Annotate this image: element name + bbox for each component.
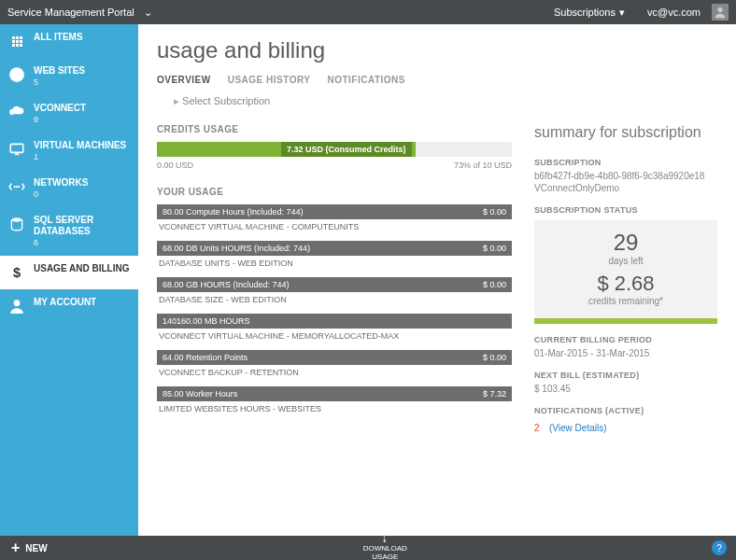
usage-bar-label: 64.00 Retention Points [163, 353, 248, 362]
usage-sub-label: VCONNECT VIRTUAL MACHINE - COMPUTEUNITS [157, 219, 512, 231]
sidebar-item-label: VCONNECT [34, 103, 86, 113]
dollar-icon: $ [7, 263, 26, 282]
svg-point-6 [16, 186, 18, 188]
sidebar-item-vconnect[interactable]: VCONNECT9 [0, 95, 138, 133]
status-box: 29 days left $ 2.68 credits remaining* [534, 220, 717, 319]
notifications-label: NOTIFICATIONS (ACTIVE) [534, 406, 717, 415]
network-icon [7, 177, 26, 196]
sidebar-item-websites[interactable]: WEB SITES5 [0, 58, 138, 95]
subscription-id: b6fb427f-db9e-4b80-98f6-9c38a9920e18 [534, 170, 717, 182]
svg-rect-4 [15, 154, 20, 156]
credits-bar: 7.32 USD (Consumed Credits) [157, 142, 512, 157]
subscription-name: VConnectOnlyDemo [534, 182, 717, 194]
svg-point-10 [14, 300, 21, 306]
usage-list: 80.00 Compute Hours (Included: 744)$ 0.0… [157, 204, 512, 413]
sidebar-item-label: NETWORKS [34, 177, 88, 188]
days-left-value: 29 [538, 230, 714, 256]
usage-bar: 85.00 Worker Hours$ 7.32 [157, 386, 512, 401]
notifications-row: 2 (View Details) [534, 418, 717, 435]
sidebar-item-networks[interactable]: NETWORKS0 [0, 170, 138, 207]
usage-bar-cost: $ 7.32 [483, 389, 506, 399]
credits-remaining-label: credits remaining* [538, 296, 714, 306]
period-label: CURRENT BILLING PERIOD [534, 335, 717, 344]
monitor-icon [7, 140, 26, 159]
usage-sub-label: LIMITED WEBSITES HOURS - WEBSITES [157, 401, 512, 413]
usage-item: 68.00 DB Units HOURS (Included: 744)$ 0.… [157, 241, 512, 268]
sidebar-item-label: WEB SITES [34, 65, 85, 76]
svg-text:$: $ [13, 265, 21, 280]
help-button[interactable]: ? [712, 540, 727, 555]
notifications-count: 2 [534, 423, 540, 433]
usage-bar: 68.00 DB Units HOURS (Included: 744)$ 0.… [157, 241, 512, 256]
view-details-link[interactable]: (View Details) [549, 423, 607, 433]
breadcrumb[interactable]: Select Subscription [174, 95, 717, 107]
usage-sub-label: VCONNECT VIRTUAL MACHINE - MEMORYALLOCAT… [157, 329, 512, 341]
usage-bar: 80.00 Compute Hours (Included: 744)$ 0.0… [157, 204, 512, 219]
filter-icon: ▾ [619, 7, 625, 19]
usage-sub-label: DATABASE UNITS - WEB EDITION [157, 256, 512, 268]
download-usage-button[interactable]: ⭳ DOWNLOAD USAGE [363, 535, 407, 560]
status-underline [534, 318, 717, 324]
svg-point-2 [9, 67, 24, 82]
sidebar-item-all[interactable]: ALL ITEMS [0, 24, 138, 58]
new-label: NEW [25, 543, 47, 553]
usage-sub-label: VCONNECT BACKUP - RETENTION [157, 365, 512, 377]
usage-bar-cost: $ 0.00 [483, 207, 506, 217]
plus-icon: + [11, 539, 20, 556]
usage-heading: YOUR USAGE [157, 187, 512, 197]
user-email[interactable]: vc@vc.com [647, 7, 701, 18]
next-bill-value: $ 103.45 [534, 383, 717, 395]
svg-point-7 [18, 186, 20, 188]
days-left-label: days left [538, 256, 714, 266]
portal-title: Service Management Portal [7, 7, 134, 18]
svg-point-8 [11, 217, 21, 222]
usage-bar-cost: $ 0.00 [483, 353, 506, 362]
usage-item: 85.00 Worker Hours$ 7.32LIMITED WEBSITES… [157, 386, 512, 413]
usage-sub-label: DATABASE SIZE - WEB EDITION [157, 292, 512, 304]
credits-remaining-value: $ 2.68 [538, 272, 714, 296]
sidebar-item-vm[interactable]: VIRTUAL MACHINES1 [0, 133, 138, 170]
database-icon [7, 215, 26, 233]
top-bar: Service Management Portal ⌄ Subscription… [0, 0, 736, 24]
summary-title: summary for subscription [534, 124, 717, 141]
download-icon: ⭳ [381, 535, 389, 543]
sidebar: ALL ITEMS WEB SITES5 VCONNECT9 VIRTUAL M… [0, 24, 138, 536]
sidebar-item-account[interactable]: MY ACCOUNT [0, 289, 138, 323]
sidebar-item-label: SQL SERVER DATABASES [34, 215, 93, 236]
download-label: DOWNLOAD USAGE [363, 544, 407, 560]
tab-notifications[interactable]: NOTIFICATIONS [327, 75, 405, 85]
new-button[interactable]: + NEW [0, 536, 59, 560]
usage-bar: 68.00 GB HOURS (Included: 744)$ 0.00 [157, 277, 512, 292]
subscription-label: SUBSCRIPTION [534, 158, 717, 167]
bottom-bar: + NEW ⭳ DOWNLOAD USAGE ? [0, 536, 736, 560]
usage-bar-cost: $ 0.00 [483, 244, 506, 253]
usage-item: 64.00 Retention Points$ 0.00VCONNECT BAC… [157, 350, 512, 377]
usage-item: 140160.00 MB HOURSVCONNECT VIRTUAL MACHI… [157, 314, 512, 341]
sidebar-item-label: USAGE AND BILLING [34, 263, 129, 273]
chevron-down-icon[interactable]: ⌄ [144, 7, 152, 19]
page-title: usage and billing [157, 37, 717, 63]
svg-point-5 [14, 186, 16, 188]
usage-bar-cost: $ 0.00 [483, 280, 506, 289]
sidebar-item-sql[interactable]: SQL SERVER DATABASES6 [0, 207, 138, 256]
summary-panel: summary for subscription SUBSCRIPTION b6… [534, 124, 717, 435]
tabs: OVERVIEW USAGE HISTORY NOTIFICATIONS [157, 75, 717, 86]
usage-bar: 64.00 Retention Points$ 0.00 [157, 350, 512, 365]
usage-bar-label: 80.00 Compute Hours (Included: 744) [163, 207, 304, 217]
period-value: 01-Mar-2015 - 31-Mar-2015 [534, 347, 717, 359]
tab-usage-history[interactable]: USAGE HISTORY [228, 75, 311, 85]
usage-bar-label: 68.00 GB HOURS (Included: 744) [163, 280, 290, 289]
main-content: usage and billing OVERVIEW USAGE HISTORY… [138, 24, 736, 536]
avatar[interactable] [712, 4, 729, 21]
sidebar-item-label: ALL ITEMS [34, 32, 83, 42]
credits-min: 0.00 USD [157, 161, 193, 170]
sidebar-item-label: MY ACCOUNT [34, 297, 96, 307]
usage-bar-label: 140160.00 MB HOURS [163, 316, 250, 326]
credits-heading: CREDITS USAGE [157, 124, 512, 134]
tab-overview[interactable]: OVERVIEW [157, 75, 211, 85]
usage-item: 80.00 Compute Hours (Included: 744)$ 0.0… [157, 204, 512, 231]
subscriptions-link[interactable]: Subscriptions ▾ [554, 7, 625, 19]
sidebar-item-usage-billing[interactable]: $ USAGE AND BILLING [0, 256, 138, 289]
svg-point-1 [717, 7, 722, 12]
sidebar-item-label: VIRTUAL MACHINES [34, 140, 126, 150]
